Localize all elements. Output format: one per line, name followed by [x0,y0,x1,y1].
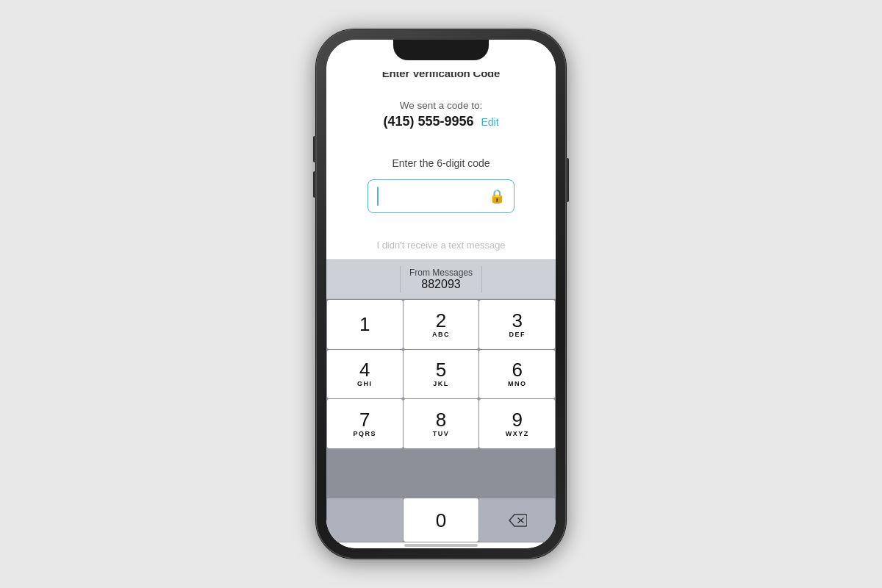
numpad: 1 2 ABC 3 DEF 4 GHI [326,299,556,498]
edit-button[interactable]: Edit [481,116,498,128]
key-4-main: 4 [359,360,370,379]
key-empty-left [327,498,403,542]
key-9-sub: WXYZ [506,430,529,437]
key-5-main: 5 [436,360,446,379]
phone-row: (415) 555-9956 Edit [344,114,538,129]
key-6-main: 6 [512,360,522,379]
quicktype-label: From Messages [338,268,544,278]
code-input-box[interactable]: 🔒 [368,179,514,213]
key-3-main: 3 [512,311,522,330]
home-indicator [326,542,556,548]
key-delete[interactable] [479,498,555,542]
volume-up-button[interactable] [313,136,316,162]
quicktype-bar[interactable]: From Messages 882093 [326,259,556,299]
notch [393,40,489,60]
volume-down-button[interactable] [313,171,316,198]
key-6-sub: MNO [508,380,527,387]
key-8-sub: TUV [433,430,450,437]
sent-code-label: We sent a code to: [344,100,538,111]
key-5[interactable]: 5 JKL [404,350,479,399]
key-2[interactable]: 2 ABC [404,300,479,349]
sent-code-section: We sent a code to: (415) 555-9956 Edit [326,88,556,135]
numpad-bottom-row: 0 [326,498,556,542]
phone-screen: Enter Verification Code We sent a code t… [326,40,556,548]
key-8[interactable]: 8 TUV [404,399,479,448]
key-5-sub: JKL [433,380,449,387]
key-6[interactable]: 6 MNO [479,350,555,399]
key-9-main: 9 [512,410,522,429]
key-3-sub: DEF [509,331,526,338]
key-7-main: 7 [359,410,370,429]
key-0[interactable]: 0 [404,498,479,542]
key-7-sub: PQRS [354,430,377,437]
quicktype-value: 882093 [338,278,544,291]
key-2-sub: ABC [432,331,450,338]
key-0-main: 0 [436,511,446,530]
page-title: Enter Verification Code [326,66,556,81]
key-1-main: 1 [359,315,370,334]
power-button[interactable] [566,158,569,202]
key-8-main: 8 [436,410,446,429]
key-2-main: 2 [436,311,446,330]
no-text-button[interactable]: I didn't receive a text message [326,225,556,259]
keyboard-area: From Messages 882093 1 2 ABC 3 DEF [326,259,556,542]
phone-number: (415) 555-9956 [383,114,473,129]
delete-icon [508,513,527,528]
key-3[interactable]: 3 DEF [479,300,555,349]
key-4[interactable]: 4 GHI [327,350,403,399]
digit-code-section: Enter the 6-digit code 🔒 [326,135,556,225]
digit-code-label: Enter the 6-digit code [341,157,541,169]
phone-device: Enter Verification Code We sent a code t… [316,29,566,559]
paste-icon[interactable]: 🔒 [489,188,505,204]
key-7[interactable]: 7 PQRS [327,399,403,448]
home-bar [404,544,478,547]
key-9[interactable]: 9 WXYZ [479,399,555,448]
text-cursor [377,187,379,206]
screen-content: Enter Verification Code We sent a code t… [326,40,556,548]
key-4-sub: GHI [357,380,373,387]
key-1[interactable]: 1 [327,300,403,349]
